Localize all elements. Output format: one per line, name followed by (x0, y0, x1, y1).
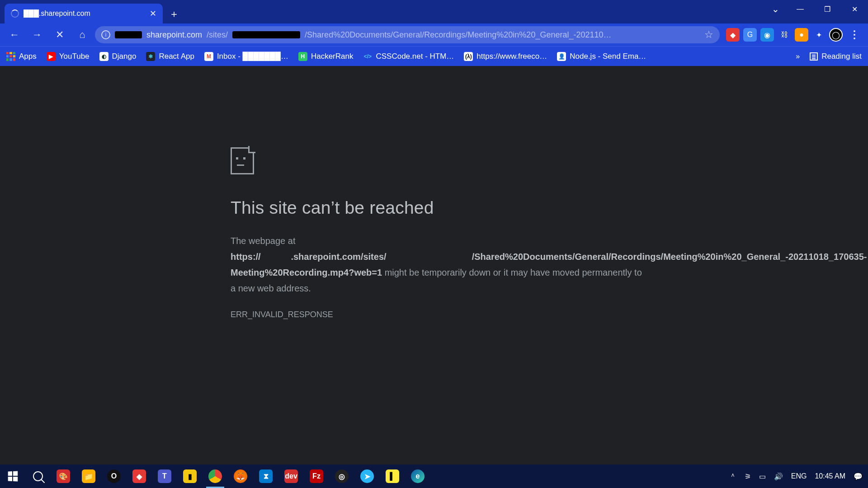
bookmark-gmail[interactable]: M Inbox - ███████… (204, 52, 288, 61)
error-code: ERR_INVALID_RESPONSE (231, 310, 646, 319)
apps-button[interactable]: Apps (6, 52, 37, 61)
hackerrank-icon: H (298, 52, 307, 61)
stop-reload-button[interactable]: ✕ (50, 26, 70, 44)
taskbar-search[interactable] (25, 465, 51, 488)
extension-icon[interactable]: ● (795, 28, 808, 42)
chrome-menu-button[interactable] (845, 30, 863, 39)
extension-icon[interactable]: ◆ (726, 28, 740, 42)
minimize-button[interactable]: — (787, 0, 814, 18)
extensions-row: ◆ G ◉ ⛓ ● ✦ ◯ (726, 28, 843, 42)
home-button[interactable]: ⌂ (72, 26, 92, 44)
site-info-icon[interactable]: i (101, 30, 110, 39)
redacted-segment (232, 31, 300, 38)
reading-list-icon (810, 52, 818, 61)
tray-overflow-icon[interactable]: ＾ (729, 472, 736, 481)
error-prefix: The webpage at (231, 236, 295, 246)
bookmark-label: HackerRank (311, 52, 354, 61)
bookmark-label: https://www.freeco… (476, 52, 547, 61)
sad-page-icon (231, 147, 254, 174)
wifi-icon[interactable]: ⚞ (745, 472, 751, 481)
taskbar-teams[interactable]: T (152, 465, 177, 488)
url-path-sites: /sites/ (207, 30, 228, 40)
bookmark-hackerrank[interactable]: H HackerRank (298, 52, 354, 61)
reading-list-label: Reading list (821, 52, 862, 61)
bookmarks-overflow-button[interactable]: » (796, 52, 800, 61)
extensions-puzzle-icon[interactable]: ✦ (812, 28, 826, 42)
tab-search-button[interactable]: ⌄ (764, 0, 787, 18)
taskbar-edge[interactable]: e (405, 465, 430, 488)
bookmark-label: React App (159, 52, 194, 61)
taskbar-vscode[interactable]: ⧗ (253, 465, 278, 488)
new-tab-button[interactable]: ＋ (165, 5, 183, 23)
freecodecamp-icon: (λ) (464, 52, 473, 61)
redacted-segment (115, 31, 142, 38)
address-bar[interactable]: i sharepoint.com /sites/ /Shared%20Docum… (95, 26, 720, 43)
taskbar-telegram[interactable]: ➤ (354, 465, 380, 488)
google-translate-icon[interactable]: G (743, 28, 757, 42)
windows-taskbar: 🎨 📁 O ◆ T ▮ 🦊 ⧗ dev Fz ◎ ➤ ▌ e ＾ ⚞ ▭ 🔊 E… (0, 465, 868, 488)
profile-avatar[interactable]: ◯ (829, 28, 843, 42)
bookmark-label: Django (112, 52, 137, 61)
action-center-icon[interactable]: 💬 (854, 472, 863, 481)
browser-tab[interactable]: ███.sharepoint.com ✕ (5, 4, 163, 23)
maximize-button[interactable]: ❐ (814, 0, 841, 18)
taskbar-powerbi[interactable]: ▮ (177, 465, 203, 488)
bookmark-youtube[interactable]: ▶ YouTube (47, 52, 90, 61)
close-window-button[interactable]: ✕ (841, 0, 868, 18)
url-path-rest: /Shared%20Documents/General/Recordings/M… (305, 30, 611, 40)
error-message: The webpage at https://xxxxxx.sharepoint… (231, 233, 646, 296)
search-icon (33, 471, 43, 481)
taskbar-app[interactable]: dev (278, 465, 304, 488)
forward-button[interactable]: → (27, 26, 47, 44)
tab-title: ███.sharepoint.com (24, 9, 145, 18)
extension-icon[interactable]: ◉ (760, 28, 774, 42)
bookmark-label: Node.js - Send Ema… (570, 52, 646, 61)
favicon-icon: 👤 (557, 52, 566, 61)
bookmark-label: Inbox - ███████… (217, 52, 288, 61)
taskbar-app[interactable]: ◆ (127, 465, 152, 488)
code-icon: </> (363, 52, 372, 61)
taskbar-app[interactable]: ▌ (380, 465, 405, 488)
bookmark-label: YouTube (59, 52, 90, 61)
error-heading: This site can’t be reached (231, 198, 646, 218)
browser-toolbar: ← → ✕ ⌂ i sharepoint.com /sites/ /Shared… (0, 23, 868, 46)
language-indicator[interactable]: ENG (791, 472, 807, 480)
loading-spinner-icon (11, 9, 19, 18)
page-content: This site can’t be reached The webpage a… (0, 66, 868, 465)
tab-close-button[interactable]: ✕ (150, 9, 156, 19)
window-controls: ⌄ — ❐ ✕ (764, 0, 868, 18)
react-icon: ⚛ (146, 52, 155, 61)
reading-list-button[interactable]: Reading list (810, 52, 862, 61)
bookmark-react[interactable]: ⚛ React App (146, 52, 194, 61)
apps-grid-icon (6, 52, 15, 61)
bookmark-freecodecamp[interactable]: (λ) https://www.freeco… (464, 52, 547, 61)
taskbar-app[interactable]: 🎨 (51, 465, 76, 488)
volume-icon[interactable]: 🔊 (774, 472, 783, 481)
bookmark-nodejs[interactable]: 👤 Node.js - Send Ema… (557, 52, 646, 61)
taskbar-firefox[interactable]: 🦊 (228, 465, 253, 488)
bookmarks-bar: Apps ▶ YouTube ◐ Django ⚛ React App M In… (0, 46, 868, 66)
start-button[interactable] (0, 465, 25, 488)
gmail-icon: M (204, 52, 213, 61)
extension-icon[interactable]: ⛓ (778, 28, 791, 42)
django-icon: ◐ (99, 52, 108, 61)
bookmark-csscode[interactable]: </> CSSCode.net - HTM… (363, 52, 454, 61)
youtube-icon: ▶ (47, 52, 56, 61)
url-host: sharepoint.com (146, 30, 202, 40)
taskbar-filezilla[interactable]: Fz (304, 465, 329, 488)
bookmark-django[interactable]: ◐ Django (99, 52, 137, 61)
back-button[interactable]: ← (5, 26, 24, 44)
battery-icon[interactable]: ▭ (759, 472, 766, 481)
taskbar-chrome[interactable] (203, 465, 228, 488)
clock[interactable]: 10:45 AM (815, 472, 845, 480)
apps-label: Apps (19, 52, 37, 61)
taskbar-file-explorer[interactable]: 📁 (76, 465, 101, 488)
browser-titlebar: ███.sharepoint.com ✕ ＋ ⌄ — ❐ ✕ (0, 0, 868, 23)
bookmark-label: CSSCode.net - HTM… (376, 52, 454, 61)
taskbar-app[interactable]: O (101, 465, 127, 488)
taskbar-obs[interactable]: ◎ (329, 465, 354, 488)
bookmark-star-icon[interactable]: ☆ (704, 29, 713, 41)
